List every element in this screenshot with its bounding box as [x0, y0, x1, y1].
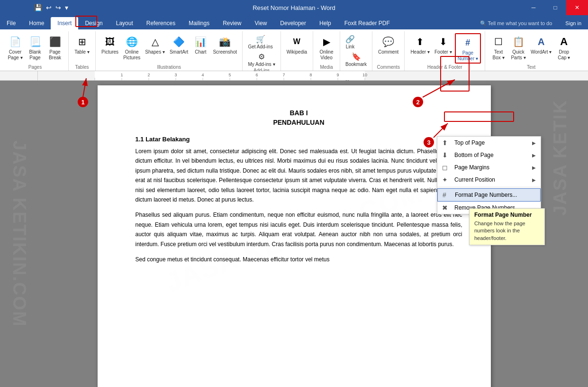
pages-label: Pages [28, 64, 42, 71]
minimize-button[interactable]: ─ [523, 0, 544, 15]
right-panel: JASA KETIK [550, 81, 588, 387]
top-of-page-arrow: ▶ [532, 140, 536, 146]
footer-icon: ⬇ [435, 34, 451, 49]
tab-file[interactable]: File [0, 17, 22, 29]
left-watermark: JASA KETIKIN.COM [9, 140, 29, 327]
paragraph-2: Phasellus sed aliquam purus. Etiam condi… [136, 210, 462, 249]
page-number-dropdown: ⬆ Top of Page ▶ ⬇ Bottom of Page ▶ ◻ Pag… [437, 136, 541, 214]
tab-review[interactable]: Review [216, 17, 248, 29]
pages-items: 📄 CoverPage ▾ 📃 BlankPage ⬛ PageBreak [6, 31, 64, 64]
pictures-button[interactable]: 🖼 Pictures [100, 33, 120, 56]
sign-in[interactable]: Sign in [559, 17, 588, 29]
document-page: JASA KETIKIN.COM BAB I PENDAHULUAN 1.1 L… [98, 85, 491, 387]
tab-developer[interactable]: Developer [273, 17, 313, 29]
smartart-button[interactable]: 🔷 SmartArt [168, 33, 190, 56]
online-pictures-icon: 🌐 [124, 34, 139, 49]
footer-button[interactable]: ⬇ Footer ▾ [433, 33, 454, 56]
format-page-numbers-item[interactable]: # Format Page Numbers... [437, 188, 541, 202]
bottom-of-page-icon: ⬇ [442, 151, 451, 159]
tab-insert[interactable]: Insert [51, 17, 78, 29]
screenshot-button[interactable]: 📸 Screenshot [211, 33, 238, 56]
tab-layout[interactable]: Layout [109, 17, 140, 29]
current-position-icon: ✦ [442, 176, 451, 184]
online-video-icon: ▶ [319, 34, 334, 49]
page-margins-icon: ◻ [442, 164, 451, 171]
my-addins-icon: ⚙ [258, 51, 265, 62]
remove-page-numbers-label: Remove Page Numbers [454, 204, 536, 211]
link-icon: 🔗 [345, 34, 355, 44]
format-page-numbers-icon: # [443, 191, 451, 199]
wikipedia-button[interactable]: W Wikipedia [285, 33, 309, 56]
header-footer-label: Header & Footer [427, 64, 462, 71]
svg-text:6: 6 [255, 73, 258, 77]
redo-icon[interactable]: ↪ [54, 3, 62, 12]
ribbon-group-addins: 🛒 Get Add-ins ⚙ My Add-ins ▾ Add-ins [243, 31, 280, 71]
comment-button[interactable]: 💬 Comment [376, 33, 400, 56]
restore-button[interactable]: □ [544, 0, 566, 15]
tab-help[interactable]: Help [313, 17, 338, 29]
bookmark-button[interactable]: 🔖 Bookmark [344, 51, 368, 68]
text-box-button[interactable]: ☐ TextBox ▾ [489, 33, 508, 62]
svg-text:8: 8 [309, 73, 312, 77]
top-of-page-item[interactable]: ⬆ Top of Page ▶ [437, 137, 541, 149]
ribbon-group-tables: ⊞ Table ▾ Tables [69, 31, 96, 71]
tab-design[interactable]: Design [78, 17, 109, 29]
tell-me[interactable]: 🔍 Tell me what you want to do [473, 17, 559, 29]
remove-page-numbers-icon: ✖ [442, 204, 451, 212]
page-margins-label: Page Margins [454, 164, 528, 171]
current-position-item[interactable]: ✦ Current Position ▶ [437, 174, 541, 186]
page-break-button[interactable]: ⬛ PageBreak [45, 33, 64, 62]
quick-parts-button[interactable]: 📋 QuickParts ▾ [509, 33, 528, 62]
customize-icon[interactable]: ▾ [64, 3, 69, 12]
page-number-button[interactable]: # PageNumber ▾ [455, 33, 481, 64]
page-break-icon: ⬛ [47, 34, 63, 49]
tab-references[interactable]: References [140, 17, 182, 29]
main-area: JASA KETIKIN.COM JASA KETIKIN.COM BAB I … [0, 81, 588, 387]
svg-text:7: 7 [282, 73, 285, 77]
undo-icon[interactable]: ↩ [45, 3, 53, 12]
tab-home[interactable]: Home [22, 17, 51, 29]
remove-page-numbers-item[interactable]: ✖ Remove Page Numbers [437, 202, 541, 214]
pictures-icon: 🖼 [102, 34, 118, 49]
online-video-button[interactable]: ▶ OnlineVideo [317, 33, 336, 62]
cover-page-icon: 📄 [8, 34, 23, 49]
svg-text:10: 10 [362, 73, 367, 77]
table-button[interactable]: ⊞ Table ▾ [72, 33, 91, 56]
current-position-arrow: ▶ [532, 177, 536, 183]
horizontal-ruler: 1 2 3 4 5 6 7 8 9 10 [38, 71, 588, 80]
wordart-button[interactable]: A WordArt ▾ [529, 33, 553, 56]
bottom-of-page-item[interactable]: ⬇ Bottom of Page ▶ [437, 149, 541, 161]
blank-page-button[interactable]: 📃 BlankPage [26, 33, 45, 62]
app-title: Reset Nomor Halaman - Word [253, 4, 335, 11]
svg-text:4: 4 [201, 73, 204, 77]
get-addins-icon: 🛒 [256, 34, 265, 44]
illustrations-label: Illustrations [157, 64, 181, 71]
close-button[interactable]: ✕ [566, 0, 588, 15]
shapes-button[interactable]: △ Shapes ▾ [143, 33, 167, 56]
chapter-title: BAB I [136, 109, 462, 117]
save-icon[interactable]: 💾 [33, 3, 43, 12]
media-label: Media [320, 64, 333, 71]
online-pictures-button[interactable]: 🌐 OnlinePictures [121, 33, 142, 62]
dropdown-divider [437, 187, 541, 187]
page-margins-item[interactable]: ◻ Page Margins ▶ [437, 161, 541, 174]
get-addins-button[interactable]: 🛒 Get Add-ins [246, 33, 274, 50]
smartart-icon: 🔷 [172, 34, 187, 49]
link-button[interactable]: 🔗 Link [344, 33, 356, 50]
my-addins-button[interactable]: ⚙ My Add-ins ▾ [246, 51, 276, 68]
paragraph-1: Lorem ipsum dolor sit amet, consectetur … [136, 147, 462, 204]
chart-button[interactable]: 📊 Chart [191, 33, 210, 56]
header-button[interactable]: ⬆ Header ▾ [408, 33, 432, 56]
tab-view[interactable]: View [248, 17, 274, 29]
left-panel: JASA KETIKIN.COM [0, 81, 38, 387]
svg-text:2: 2 [147, 73, 150, 77]
tables-label: Tables [75, 64, 89, 71]
ribbon-tabs: File Home Insert Design Layout Reference… [0, 15, 588, 29]
ribbon-group-comments: 💬 Comment Comments [372, 31, 405, 71]
chapter-subtitle: PENDAHULUAN [136, 119, 462, 126]
ribbon-content: 📄 CoverPage ▾ 📃 BlankPage ⬛ PageBreak Pa… [0, 29, 588, 71]
tab-foxit[interactable]: Foxit Reader PDF [338, 17, 397, 29]
cover-page-button[interactable]: 📄 CoverPage ▾ [6, 33, 25, 62]
tab-mailings[interactable]: Mailings [182, 17, 216, 29]
drop-cap-button[interactable]: A DropCap ▾ [554, 33, 573, 62]
